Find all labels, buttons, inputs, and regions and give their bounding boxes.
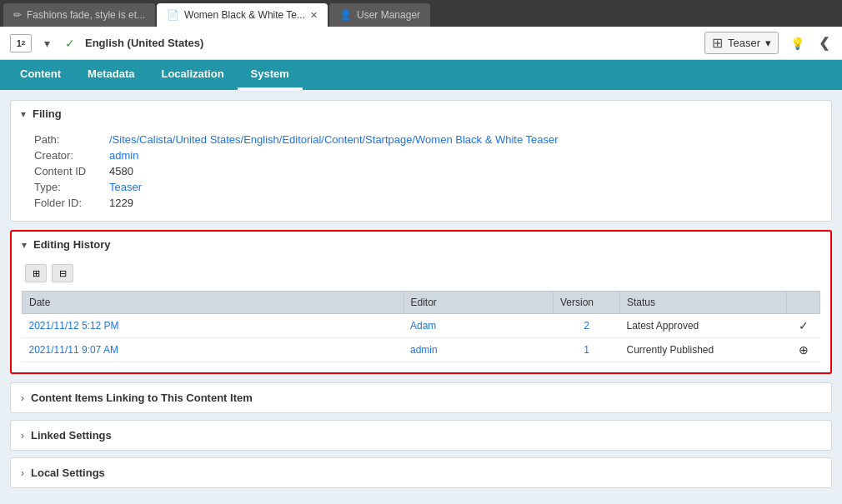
cell-status: Latest Approved [620, 314, 787, 338]
history-tool-btn-1[interactable]: ⊞ [25, 264, 47, 282]
tab-localization[interactable]: Localization [148, 60, 237, 90]
cell-editor: admin [403, 338, 554, 362]
local-settings-chevron-icon: › [21, 467, 24, 479]
col-editor: Editor [403, 292, 554, 314]
tab-system-label: System [251, 67, 289, 80]
content-area: ▾ Filing Path: /Sites/Calista/United Sta… [0, 90, 842, 504]
cell-status: Currently Published [620, 338, 787, 362]
cell-version: 2 [554, 314, 620, 338]
tab-system[interactable]: System [238, 60, 303, 90]
history-table-header-row: Date Editor Version Status [23, 292, 820, 314]
path-link[interactable]: /Sites/Calista/United States/English/Edi… [109, 133, 559, 146]
tab-content-label: Content [20, 67, 61, 80]
type-label: Type: [34, 181, 109, 193]
col-status: Status [620, 292, 787, 314]
history-compare-icon: ⊞ [33, 268, 40, 279]
tab-women-label: Women Black & White Te... [184, 9, 305, 21]
action-icon: ✓ [799, 319, 809, 332]
history-tool-btn-2[interactable]: ⊟ [52, 264, 73, 282]
user-manager-icon: 👤 [339, 9, 352, 21]
linked-settings-title: Linked Settings [31, 429, 112, 442]
nav-tabs: Content Metadata Localization System [0, 60, 842, 90]
tab-fashions-label: Fashions fade, style is et... [27, 9, 145, 21]
history-table: Date Editor Version Status 2021/11/12 5:… [22, 291, 820, 362]
local-settings-title: Local Settings [31, 467, 105, 479]
checkmark-icon: ✓ [62, 35, 78, 52]
tab-bar: ✏ Fashions fade, style is et... 📄 Women … [0, 0, 842, 27]
content-items-chevron-icon: › [21, 392, 24, 404]
col-action [787, 292, 820, 314]
editing-history-header[interactable]: ▾ Editing History [12, 232, 830, 257]
filing-section: ▾ Filing Path: /Sites/Calista/United Sta… [10, 100, 832, 222]
filing-contentid-row: Content ID 4580 [34, 163, 808, 179]
col-date: Date [23, 292, 404, 314]
creator-label: Creator: [34, 149, 109, 162]
filing-chevron-icon: ▾ [21, 108, 26, 120]
tab-metadata-label: Metadata [88, 67, 134, 80]
document-icon: 📄 [167, 9, 179, 21]
editing-history-section: ▾ Editing History ⊞ ⊟ Date Editor Versio… [10, 230, 832, 374]
tab-user-manager[interactable]: 👤 User Manager [329, 3, 430, 27]
filing-type-row: Type: Teaser [34, 179, 808, 195]
filing-content: Path: /Sites/Calista/United States/Engli… [11, 127, 831, 221]
history-restore-icon: ⊟ [59, 268, 67, 279]
table-row[interactable]: 2021/11/11 9:07 AM admin 1 Currently Pub… [23, 338, 820, 362]
cell-date: 2021/11/12 5:12 PM [23, 314, 404, 338]
editing-history-chevron-icon: ▾ [22, 239, 27, 251]
tab-women[interactable]: 📄 Women Black & White Te... ✕ [157, 3, 328, 27]
filing-section-title: Filing [33, 107, 62, 120]
teaser-label: Teaser [728, 37, 760, 49]
dropdown-arrow-icon[interactable]: ▾ [38, 35, 55, 52]
path-value: /Sites/Calista/United States/English/Edi… [109, 133, 559, 146]
cell-action[interactable]: ✓ [787, 314, 820, 338]
folderid-value: 1229 [109, 197, 133, 209]
col-version: Version [554, 292, 620, 314]
editing-history-content: ⊞ ⊟ Date Editor Version Status [12, 257, 830, 372]
teaser-button[interactable]: ⊞ Teaser ▾ [704, 32, 779, 54]
filing-section-header[interactable]: ▾ Filing [11, 101, 831, 127]
back-icon[interactable]: ❮ [815, 35, 832, 52]
tab-content[interactable]: Content [7, 60, 74, 90]
tab-localization-label: Localization [161, 67, 223, 80]
lightbulb-icon[interactable]: 💡 [789, 35, 805, 52]
linked-settings-section[interactable]: › Linked Settings [10, 420, 832, 451]
cell-action[interactable]: ⊕ [787, 338, 820, 362]
toolbar-right: ⊞ Teaser ▾ 💡 ❮ [704, 32, 832, 54]
contentid-label: Content ID [34, 165, 109, 177]
filing-creator-row: Creator: admin [34, 147, 808, 163]
cell-version: 1 [554, 338, 620, 362]
version-badge: 12 [10, 34, 32, 52]
type-value[interactable]: Teaser [109, 181, 142, 193]
table-row[interactable]: 2021/11/12 5:12 PM Adam 2 Latest Approve… [23, 314, 820, 338]
toolbar: 12 ▾ ✓ English (United States) ⊞ Teaser … [0, 27, 842, 60]
path-label: Path: [34, 133, 109, 146]
local-settings-section[interactable]: › Local Settings [10, 457, 832, 488]
history-toolbar: ⊞ ⊟ [22, 262, 820, 284]
teaser-box-icon: ⊞ [712, 35, 723, 51]
tab-fashions[interactable]: ✏ Fashions fade, style is et... [3, 3, 155, 27]
linked-settings-chevron-icon: › [21, 430, 24, 442]
tab-women-close[interactable]: ✕ [310, 10, 318, 21]
tab-metadata[interactable]: Metadata [74, 60, 148, 90]
cell-date: 2021/11/11 9:07 AM [23, 338, 404, 362]
toolbar-left: 12 ▾ ✓ English (United States) [10, 34, 696, 52]
folderid-label: Folder ID: [34, 197, 109, 209]
pencil-icon: ✏ [13, 9, 22, 21]
editing-history-title: Editing History [33, 238, 110, 251]
filing-folderid-row: Folder ID: 1229 [34, 195, 808, 211]
tab-user-manager-label: User Manager [357, 9, 420, 21]
content-items-section[interactable]: › Content Items Linking to This Content … [10, 382, 832, 413]
contentid-value: 4580 [109, 165, 133, 177]
teaser-dropdown-icon: ▾ [765, 37, 771, 49]
filing-path-row: Path: /Sites/Calista/United States/Engli… [34, 132, 808, 147]
cell-editor: Adam [403, 314, 554, 338]
language-label: English (United States) [85, 37, 203, 49]
content-items-title: Content Items Linking to This Content It… [31, 392, 253, 404]
creator-value[interactable]: admin [109, 149, 138, 162]
action-icon: ⊕ [799, 343, 809, 357]
